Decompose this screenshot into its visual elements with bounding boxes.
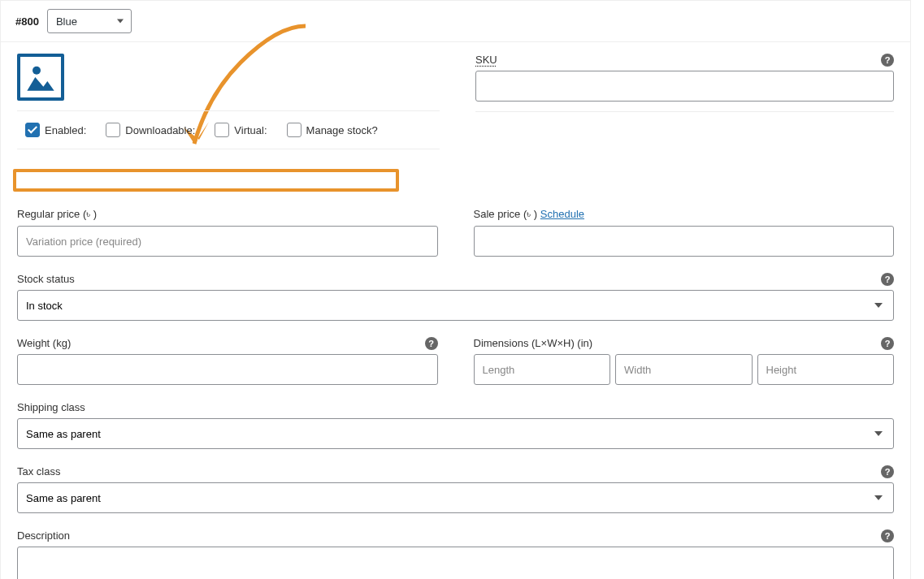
tax-class-help-icon[interactable]: ? xyxy=(881,465,894,478)
shipping-class-select[interactable]: Same as parent xyxy=(17,418,894,449)
shipping-class-label: Shipping class xyxy=(17,401,894,413)
description-textarea[interactable] xyxy=(17,547,894,579)
virtual-label: Virtual: xyxy=(234,124,267,136)
tax-class-select[interactable]: Same as parent xyxy=(17,482,894,513)
variation-panel: #800 Blue Enabled: Downloadable: xyxy=(0,0,911,579)
sku-help-icon[interactable]: ? xyxy=(881,54,894,67)
image-placeholder-icon xyxy=(24,61,57,93)
description-label: Description xyxy=(17,529,894,542)
weight-label: Weight (kg) xyxy=(17,337,438,349)
sku-label: SKU xyxy=(475,54,894,66)
checkbox-row: Enabled: Downloadable: Virtual: Manage s… xyxy=(17,110,440,149)
downloadable-checkbox[interactable] xyxy=(106,123,120,137)
schedule-link[interactable]: Schedule xyxy=(540,208,584,220)
weight-help-icon[interactable]: ? xyxy=(425,337,438,350)
description-help-icon[interactable]: ? xyxy=(881,529,894,542)
manage-stock-label: Manage stock? xyxy=(306,124,378,136)
regular-price-label: Regular price (৳ ) xyxy=(17,208,438,221)
attribute-select[interactable]: Blue xyxy=(47,9,132,33)
annotation-highlight-box xyxy=(13,169,399,192)
stock-status-label: Stock status xyxy=(17,273,894,285)
length-input[interactable] xyxy=(474,354,611,385)
height-input[interactable] xyxy=(757,354,895,385)
enabled-checkbox[interactable] xyxy=(25,123,40,137)
width-input[interactable] xyxy=(615,354,753,385)
svg-point-0 xyxy=(33,67,41,75)
sku-input[interactable] xyxy=(475,71,894,102)
weight-input[interactable] xyxy=(17,354,438,385)
variation-image-button[interactable] xyxy=(17,54,64,101)
dimensions-label: Dimensions (L×W×H) (in) xyxy=(474,337,895,349)
regular-price-input[interactable] xyxy=(17,226,438,257)
manage-stock-checkbox[interactable] xyxy=(287,123,301,137)
variation-body: Enabled: Downloadable: Virtual: Manage s… xyxy=(1,42,910,579)
tax-class-label: Tax class xyxy=(17,465,894,477)
stock-status-help-icon[interactable]: ? xyxy=(881,273,894,286)
stock-status-select[interactable]: In stock xyxy=(17,290,894,321)
sale-price-input[interactable] xyxy=(474,226,895,257)
enabled-label: Enabled: xyxy=(45,124,86,136)
dimensions-help-icon[interactable]: ? xyxy=(881,337,894,350)
sale-price-label: Sale price (৳ ) Schedule xyxy=(474,208,895,221)
virtual-checkbox[interactable] xyxy=(215,123,229,137)
variation-id: #800 xyxy=(15,15,39,28)
variation-header[interactable]: #800 Blue xyxy=(1,0,910,42)
downloadable-label: Downloadable: xyxy=(125,124,195,136)
